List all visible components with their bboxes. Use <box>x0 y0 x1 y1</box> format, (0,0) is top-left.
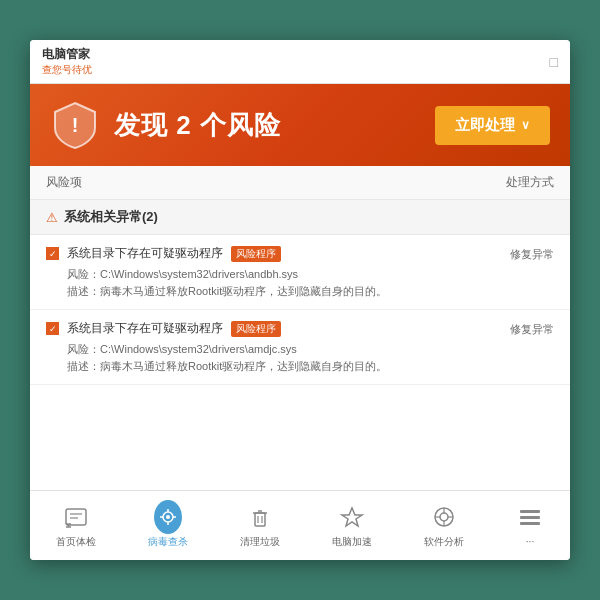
titlebar: 电脑管家 查您号待优 □ <box>30 40 570 84</box>
nav-item-clean[interactable]: 清理垃圾 <box>232 499 288 553</box>
app-title: 电脑管家 <box>42 46 92 63</box>
speed-boost-icon <box>338 503 366 531</box>
svg-rect-26 <box>520 522 540 525</box>
risk-item-left: ✓ 系统目录下存在可疑驱动程序 风险程序 风险：C:\Windows\syste… <box>46 245 500 299</box>
header-left: ! 发现 2 个风险 <box>50 100 281 150</box>
section-warning-icon: ⚠ <box>46 210 58 225</box>
header-title: 发现 2 个风险 <box>114 108 281 143</box>
risk-item: ✓ 系统目录下存在可疑驱动程序 风险程序 风险：C:\Windows\syste… <box>30 235 570 310</box>
shield-icon: ! <box>50 100 100 150</box>
risk-item: ✓ 系统目录下存在可疑驱动程序 风险程序 风险：C:\Windows\syste… <box>30 310 570 385</box>
risk-checkbox[interactable]: ✓ <box>46 247 59 260</box>
svg-rect-25 <box>520 516 540 519</box>
monitor-icon: □ <box>550 54 558 70</box>
virus-scan-icon <box>154 503 182 531</box>
risk-title-row: ✓ 系统目录下存在可疑驱动程序 风险程序 <box>46 245 500 262</box>
nav-item-home[interactable]: 首页体检 <box>48 499 104 553</box>
nav-label-software: 软件分析 <box>424 535 464 549</box>
nav-item-virus[interactable]: 病毒查杀 <box>140 499 196 553</box>
risk-path-label: 风险： <box>67 343 100 355</box>
section-title-text: 系统相关异常(2) <box>64 208 158 226</box>
nav-label-home: 首页体检 <box>56 535 96 549</box>
risk-desc-label: 描述： <box>67 360 100 372</box>
svg-point-19 <box>440 513 448 521</box>
svg-point-12 <box>166 515 170 519</box>
svg-rect-1 <box>66 509 86 525</box>
risk-path-label: 风险： <box>67 268 100 280</box>
action-button[interactable]: 立即处理 ∨ <box>435 106 550 145</box>
risk-tag: 风险程序 <box>231 246 281 262</box>
risk-path: C:\Windows\system32\drivers\andbh.sys <box>100 268 298 280</box>
risk-desc: 病毒木马通过释放Rootkit驱动程序，达到隐藏自身的目的。 <box>100 285 387 297</box>
content-area: 风险项 处理方式 ⚠ 系统相关异常(2) ✓ 系统目录下存在可疑驱动程序 风险程… <box>30 166 570 490</box>
risk-desc-label: 描述： <box>67 285 100 297</box>
titlebar-left: 电脑管家 查您号待优 <box>42 46 92 77</box>
svg-text:!: ! <box>72 114 79 136</box>
home-check-icon <box>62 503 90 531</box>
nav-label-more: ··· <box>526 536 534 547</box>
risk-item-left: ✓ 系统目录下存在可疑驱动程序 风险程序 风险：C:\Windows\syste… <box>46 320 500 374</box>
app-window: 电脑管家 查您号待优 □ ! 发现 2 个风险 立即处理 ∨ 风险项 处理方式 <box>30 40 570 560</box>
nav-label-speed: 电脑加速 <box>332 535 372 549</box>
table-header: 风险项 处理方式 <box>30 166 570 200</box>
risk-title-row: ✓ 系统目录下存在可疑驱动程序 风险程序 <box>46 320 500 337</box>
nav-item-software[interactable]: 软件分析 <box>416 499 472 553</box>
col-action-label: 处理方式 <box>506 174 554 191</box>
risk-desc: 病毒木马通过释放Rootkit驱动程序，达到隐藏自身的目的。 <box>100 360 387 372</box>
nav-label-clean: 清理垃圾 <box>240 535 280 549</box>
window-controls: □ <box>550 54 558 70</box>
risk-tag: 风险程序 <box>231 321 281 337</box>
risk-name: 系统目录下存在可疑驱动程序 <box>67 245 223 262</box>
svg-rect-24 <box>520 510 540 513</box>
bottom-nav: 首页体检 病毒查杀 <box>30 490 570 560</box>
risk-action[interactable]: 修复异常 <box>500 320 554 337</box>
action-button-label: 立即处理 <box>455 116 515 135</box>
more-icon <box>516 504 544 532</box>
svg-rect-13 <box>255 513 265 526</box>
risk-detail: 风险：C:\Windows\system32\drivers\amdjc.sys… <box>46 341 500 374</box>
clean-trash-icon <box>246 503 274 531</box>
action-button-arrow: ∨ <box>521 118 530 132</box>
software-analysis-icon <box>430 503 458 531</box>
app-subtitle[interactable]: 查您号待优 <box>42 63 92 77</box>
risk-path: C:\Windows\system32\drivers\amdjc.sys <box>100 343 297 355</box>
header-banner: ! 发现 2 个风险 立即处理 ∨ <box>30 84 570 166</box>
nav-item-speed[interactable]: 电脑加速 <box>324 499 380 553</box>
risk-action[interactable]: 修复异常 <box>500 245 554 262</box>
col-risk-label: 风险项 <box>46 174 82 191</box>
nav-item-more[interactable]: ··· <box>508 500 552 551</box>
risk-checkbox[interactable]: ✓ <box>46 322 59 335</box>
risk-detail: 风险：C:\Windows\system32\drivers\andbh.sys… <box>46 266 500 299</box>
risk-name: 系统目录下存在可疑驱动程序 <box>67 320 223 337</box>
nav-label-virus: 病毒查杀 <box>148 535 188 549</box>
section-title: ⚠ 系统相关异常(2) <box>30 200 570 235</box>
